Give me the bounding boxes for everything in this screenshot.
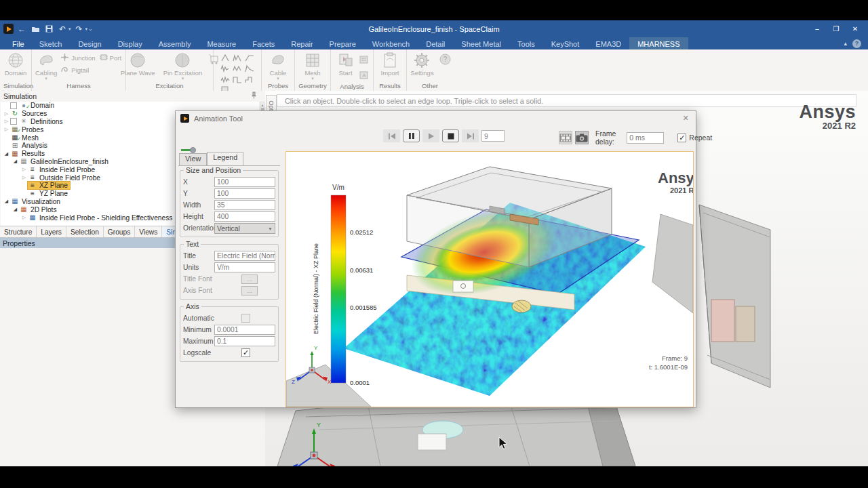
title-font-button[interactable]: ... <box>241 274 258 284</box>
tree-item-checkbox[interactable] <box>10 102 17 109</box>
ribbon-tab-facets[interactable]: Facets <box>244 37 283 49</box>
back-icon[interactable]: ← <box>16 24 27 35</box>
ribbon-tab-prepare[interactable]: Prepare <box>321 37 364 49</box>
ribbon-tab-mharness[interactable]: MHARNESS <box>629 37 688 49</box>
y-input[interactable]: 100 <box>214 188 275 199</box>
signal-square-pulse-icon[interactable] <box>232 75 243 85</box>
tree-expander-icon[interactable]: ▷ <box>20 215 28 220</box>
pause-button[interactable] <box>403 129 420 142</box>
open-folder-icon[interactable] <box>30 24 41 35</box>
slider-thumb[interactable] <box>190 147 196 153</box>
save-icon[interactable] <box>43 24 54 35</box>
dialog-tab-legend[interactable]: Legend <box>207 152 243 165</box>
ribbon-tab-tools[interactable]: Tools <box>509 37 543 49</box>
undo-icon[interactable]: ↶ <box>57 24 68 35</box>
domain-button[interactable]: Domain <box>3 51 28 77</box>
sidebar-tab-structure[interactable]: Structure <box>0 226 37 237</box>
cable-probe-button[interactable]: Cable ▾ <box>268 51 288 81</box>
sidebar-tab-groups[interactable]: Groups <box>104 226 135 237</box>
ribbon-tab-detail[interactable]: Detail <box>418 37 453 49</box>
junction-button[interactable]: Junction <box>60 53 95 63</box>
frame-delay-input[interactable] <box>627 132 664 144</box>
tree-expander-icon[interactable]: ▷ <box>20 175 28 180</box>
tree-item-checkbox[interactable] <box>10 118 17 125</box>
dialog-close-button[interactable]: ✕ <box>679 113 692 123</box>
mesh-button[interactable]: Mesh ▾ <box>302 51 323 81</box>
minimum-input[interactable]: 0.0001 <box>214 325 275 335</box>
minimize-button[interactable]: – <box>808 23 826 35</box>
analysis-report-icon[interactable] <box>359 54 369 66</box>
tree-item-domain[interactable]: ●✓Domain <box>1 102 259 110</box>
port-button[interactable]: Port <box>100 53 121 63</box>
tree-expander-icon[interactable]: ▷ <box>3 111 10 117</box>
about-help-icon[interactable]: ? <box>439 51 451 68</box>
dialog-tab-view[interactable]: View <box>179 153 207 165</box>
pin-icon[interactable] <box>251 92 257 100</box>
ribbon-tab-file[interactable]: File <box>5 37 31 49</box>
analysis-export-icon[interactable] <box>359 70 369 82</box>
ribbon-tab-design[interactable]: Design <box>70 37 109 49</box>
title-input[interactable]: Electric Field (Normal) - XZ Plane <box>214 251 275 261</box>
ribbon-tab-repair[interactable]: Repair <box>283 37 321 49</box>
tree-expander-icon[interactable]: ▷ <box>3 119 10 124</box>
maximum-input[interactable]: 0.1 <box>214 336 275 346</box>
redo-dropdown-icon[interactable]: ▾ <box>85 26 88 32</box>
close-button[interactable]: ✕ <box>846 23 864 35</box>
ribbon-tab-ema3d[interactable]: EMA3D <box>587 37 629 49</box>
start-button[interactable]: Start <box>336 51 356 77</box>
tree-expander-icon[interactable]: ▷ <box>20 167 28 172</box>
signal-damped-sine-icon[interactable] <box>220 64 231 74</box>
width-input[interactable]: 35 <box>214 200 275 210</box>
undo-dropdown-icon[interactable]: ▾ <box>68 26 71 32</box>
snapshot-camera-button[interactable] <box>575 131 589 144</box>
units-input[interactable]: V/m <box>214 262 275 272</box>
automatic-checkbox[interactable] <box>241 314 250 323</box>
x-input[interactable]: 100 <box>214 177 275 187</box>
sidebar-tab-layers[interactable]: Layers <box>37 226 66 237</box>
cabling-button[interactable]: Cabling ▾ <box>34 51 58 81</box>
collapse-ribbon-icon[interactable]: ▴ <box>844 40 847 47</box>
ribbon-tab-sheet-metal[interactable]: Sheet Metal <box>453 37 509 49</box>
restore-button[interactable]: ❐ <box>827 23 845 35</box>
orientation-select[interactable]: Vertical▼ <box>214 223 275 234</box>
settings-button[interactable]: Settings <box>409 51 435 77</box>
signal-stair-step-icon[interactable] <box>244 75 256 85</box>
help-icon[interactable]: ? <box>852 39 861 48</box>
scroll-up-icon[interactable]: ▲ <box>260 103 264 107</box>
tree-expander-icon[interactable]: ◢ <box>3 151 10 157</box>
pigtail-button[interactable]: Pigtail <box>60 65 121 75</box>
customize-toolbar-icon[interactable]: ⌄ <box>88 26 93 32</box>
sidebar-tab-views[interactable]: Views <box>135 226 162 237</box>
animation-viewport[interactable]: 0.000398 <box>285 151 694 407</box>
repeat-checkbox[interactable]: ✓ <box>677 134 686 142</box>
sidebar-tab-selection[interactable]: Selection <box>66 226 104 237</box>
ribbon-tab-measure[interactable]: Measure <box>199 37 244 49</box>
frame-number-input[interactable] <box>481 130 505 142</box>
tree-expander-icon[interactable]: ◢ <box>12 159 19 164</box>
signal-noise-icon[interactable] <box>220 75 231 85</box>
tree-expander-icon[interactable]: ▷ <box>3 127 10 132</box>
step-back-button[interactable] <box>383 129 400 142</box>
ribbon-tab-keyshot[interactable]: KeyShot <box>543 37 588 49</box>
ribbon-tab-display[interactable]: Display <box>110 37 151 49</box>
signal-double-exponential-icon[interactable] <box>232 53 243 63</box>
tree-expander-icon[interactable]: ◢ <box>3 199 10 204</box>
logscale-checkbox[interactable]: ✓ <box>241 348 250 357</box>
axis-font-button[interactable]: ... <box>241 286 258 296</box>
signal-exponential-decay-icon[interactable] <box>244 64 256 74</box>
pin-excitation-button[interactable]: Pin Excitation ▾ <box>162 51 204 81</box>
dialog-title-bar[interactable]: Animation Tool <box>176 111 696 125</box>
ribbon-tab-workbench[interactable]: Workbench <box>364 37 418 49</box>
film-export-button[interactable] <box>559 131 572 144</box>
plane-wave-button[interactable]: Plane Wave <box>119 51 157 77</box>
play-button[interactable] <box>422 129 439 142</box>
tree-expander-icon[interactable]: ◢ <box>12 207 19 212</box>
signal-ramp-step-icon[interactable] <box>244 53 256 63</box>
signal-sine-icon[interactable] <box>232 64 243 74</box>
redo-icon[interactable]: ↷ <box>74 24 85 35</box>
import-button[interactable]: Import <box>380 51 401 77</box>
ribbon-tab-assembly[interactable]: Assembly <box>151 37 199 49</box>
ribbon-tab-sketch[interactable]: Sketch <box>31 37 71 49</box>
height-input[interactable]: 400 <box>214 211 275 222</box>
stop-button[interactable] <box>442 129 459 142</box>
